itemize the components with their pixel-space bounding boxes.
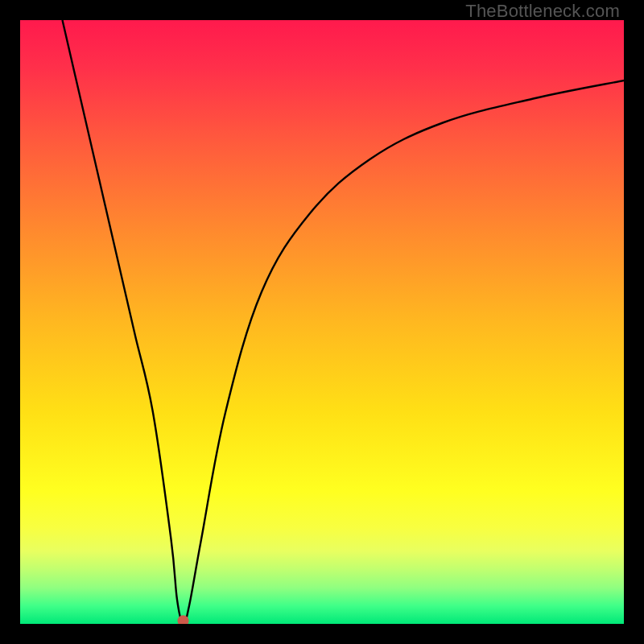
- watermark-label: TheBottleneck.com: [465, 1, 620, 22]
- bottleneck-curve: [63, 20, 625, 624]
- bottleneck-chart: [20, 20, 624, 624]
